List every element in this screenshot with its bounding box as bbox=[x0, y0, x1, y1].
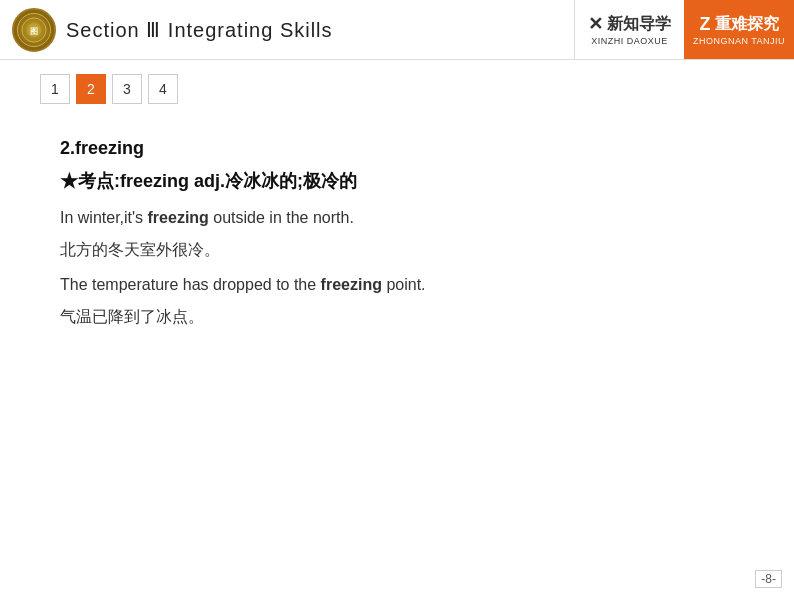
kaodian-meaning: 冷冰冰的;极冷的 bbox=[225, 171, 357, 191]
nav-zhongnan-button[interactable]: Z 重难探究 ZHONGNAN TANJIU bbox=[684, 0, 794, 59]
page-number-badge: -8- bbox=[755, 570, 782, 588]
chinese2-line: 气温已降到了冰点。 bbox=[60, 304, 734, 330]
page-4-button[interactable]: 4 bbox=[148, 74, 178, 104]
nav-xinzhi-label: 新知导学 bbox=[607, 14, 671, 35]
nav-zhongnan-top: Z 重难探究 bbox=[700, 14, 779, 35]
nav-xinzhi-sub: XINZHI DAOXUE bbox=[591, 36, 668, 46]
example1-before: In winter,it's bbox=[60, 209, 148, 226]
svg-text:图: 图 bbox=[30, 27, 38, 36]
example2-after: point. bbox=[382, 276, 426, 293]
kaodian-star: ★考点: bbox=[60, 171, 120, 191]
example2-bold: freezing bbox=[321, 276, 382, 293]
entry-number: 2. bbox=[60, 138, 75, 158]
nav-xinzhi-top: ✕ 新知导学 bbox=[588, 13, 671, 35]
page-3-button[interactable]: 3 bbox=[112, 74, 142, 104]
x-icon: ✕ bbox=[588, 13, 603, 35]
example1-after: outside in the north. bbox=[209, 209, 354, 226]
nav-xinzhi-button[interactable]: ✕ 新知导学 XINZHI DAOXUE bbox=[574, 0, 684, 59]
header-title: Section Ⅲ Integrating Skills bbox=[66, 18, 333, 42]
example2-before: The temperature has dropped to the bbox=[60, 276, 321, 293]
entry-title: 2.freezing bbox=[60, 138, 734, 159]
kaodian-word: freezing adj. bbox=[120, 171, 225, 191]
example2-line: The temperature has dropped to the freez… bbox=[60, 272, 734, 298]
header-right: ✕ 新知导学 XINZHI DAOXUE Z 重难探究 ZHONGNAN TAN… bbox=[574, 0, 794, 59]
example1-line: In winter,it's freezing outside in the n… bbox=[60, 205, 734, 231]
logo: 图 bbox=[12, 8, 56, 52]
kaodian-line: ★考点:freezing adj.冷冰冰的;极冷的 bbox=[60, 169, 734, 193]
page-2-button[interactable]: 2 bbox=[76, 74, 106, 104]
z-icon: Z bbox=[700, 14, 711, 35]
header-left: 图 Section Ⅲ Integrating Skills bbox=[0, 0, 574, 59]
nav-zhongnan-sub: ZHONGNAN TANJIU bbox=[693, 36, 785, 46]
header: 图 Section Ⅲ Integrating Skills ✕ 新知导学 XI… bbox=[0, 0, 794, 60]
logo-svg: 图 bbox=[20, 16, 48, 44]
pagination: 1 2 3 4 bbox=[0, 60, 794, 118]
nav-zhongnan-label: 重难探究 bbox=[715, 14, 779, 35]
entry-word: freezing bbox=[75, 138, 144, 158]
chinese1-line: 北方的冬天室外很冷。 bbox=[60, 237, 734, 263]
content-area: 2.freezing ★考点:freezing adj.冷冰冰的;极冷的 In … bbox=[0, 118, 794, 359]
example1-bold: freezing bbox=[148, 209, 209, 226]
logo-inner: 图 bbox=[17, 13, 51, 47]
page-1-button[interactable]: 1 bbox=[40, 74, 70, 104]
